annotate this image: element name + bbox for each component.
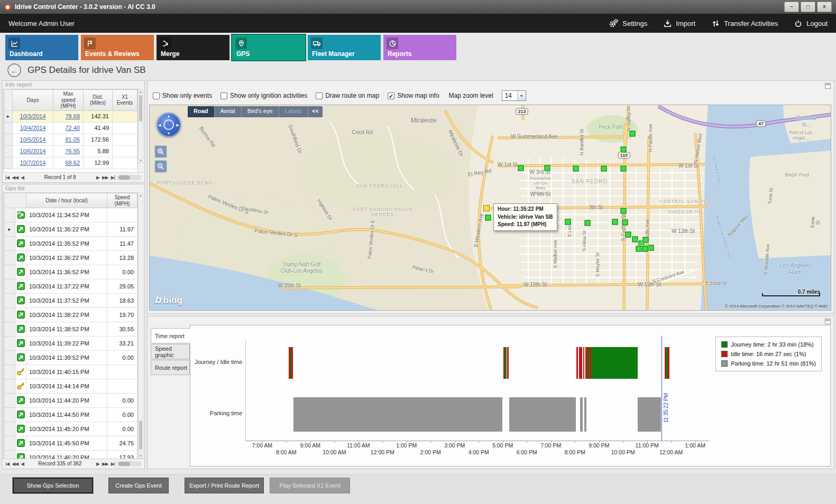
map-style-tab-road[interactable]: Road	[188, 106, 214, 117]
gps-list-row[interactable]: 10/3/2014 11:45:20 PM0.00	[4, 422, 137, 436]
gps-marker[interactable]	[621, 166, 627, 172]
nav-tile-gps[interactable]: GPS	[232, 35, 305, 60]
column-header[interactable]: Dist. (Miles)	[84, 90, 113, 111]
info-report-scrollbar[interactable]: ▲▼	[138, 89, 143, 163]
gps-marker[interactable]	[545, 165, 550, 171]
gps-marker[interactable]	[643, 237, 649, 243]
column-header[interactable]: Max speed (MPH)	[53, 90, 84, 111]
gps-list-row[interactable]: 10/3/2014 11:37:22 PM29.05	[4, 279, 137, 294]
close-button[interactable]: ×	[817, 2, 832, 12]
gps-marker[interactable]	[573, 166, 579, 172]
chart-tab-route-report[interactable]: Route report	[151, 360, 190, 375]
nav-tile-merge[interactable]: Merge	[157, 35, 229, 60]
column-header[interactable]: Speed (MPH)	[107, 193, 137, 208]
gps-list-row[interactable]: 10/3/2014 11:39:52 PM0.00	[4, 351, 137, 365]
nav-tile-reports[interactable]: Reports	[383, 35, 456, 60]
gps-marker[interactable]	[518, 165, 524, 171]
gps-marker[interactable]	[621, 147, 627, 153]
back-button[interactable]: ←	[7, 63, 21, 77]
export-print-route-report-button[interactable]: Export / Print Route Report	[185, 478, 264, 493]
gps-list-row[interactable]: 10/3/2014 11:38:22 PM19.70	[4, 308, 137, 322]
pager-prev-fast-button[interactable]: ◀◀	[12, 461, 18, 466]
checkbox-box-icon[interactable]	[316, 92, 323, 99]
maximize-button[interactable]: □	[801, 2, 815, 12]
create-gps-event-button[interactable]: Create Gps Event	[108, 478, 169, 493]
gps-list-row[interactable]: 10/3/2014 11:40:15 PM	[4, 365, 137, 379]
nav-tile-fleet-manager[interactable]: Fleet Manager	[308, 35, 381, 60]
pan-north-icon[interactable]: ▲	[167, 114, 171, 118]
gps-list-row[interactable]: 10/3/2014 11:34:52 PM	[4, 208, 137, 222]
chart-tab-time-report[interactable]: Time report	[151, 328, 190, 343]
map-zoom-select[interactable]: 14▼	[502, 90, 526, 101]
day-link[interactable]: 10/4/2014	[20, 125, 46, 131]
gps-list-row[interactable]: 10/3/2014 11:44:14 PM	[4, 379, 137, 394]
checkbox-box-icon[interactable]: ✓	[388, 92, 394, 99]
pan-west-icon[interactable]: ◀	[158, 123, 161, 127]
map-tabs-collapse-button[interactable]: <<	[308, 106, 323, 117]
gps-marker[interactable]	[601, 166, 607, 172]
pager-first-button[interactable]: |◀	[5, 175, 9, 180]
gps-list-row[interactable]: 10/3/2014 11:39:22 PM33.21	[4, 337, 137, 351]
gps-list-row[interactable]: 10/3/2014 11:44:50 PM0.00	[4, 408, 137, 422]
gps-list-row[interactable]: ►10/3/2014 11:35:22 PM11.97	[4, 222, 137, 237]
checkbox-draw-route-on-map[interactable]: Draw route on map	[316, 92, 379, 99]
map-style-tab-bird-s-eye[interactable]: Bird's eye	[241, 106, 279, 117]
max-speed-link[interactable]: 68.62	[65, 160, 80, 166]
logout-button[interactable]: Logout	[794, 19, 828, 28]
show-gps-selection-button[interactable]: Show Gps Selection	[13, 478, 93, 493]
info-report-row[interactable]: 10/5/201481.05172.56	[4, 134, 137, 145]
panel-collapse-icon[interactable]	[825, 83, 831, 89]
gps-marker[interactable]	[636, 246, 642, 252]
gps-marker[interactable]	[621, 208, 627, 214]
pager-first-button[interactable]: |◀	[5, 461, 9, 466]
nav-tile-dashboard[interactable]: Dashboard	[5, 35, 78, 60]
pan-east-icon[interactable]: ▶	[177, 123, 179, 127]
checkbox-show-only-events[interactable]: Show only events	[153, 92, 212, 99]
gps-marker[interactable]	[626, 232, 631, 238]
column-header[interactable]: Days	[13, 90, 53, 111]
transfer-activities-button[interactable]: Transfer Activities	[711, 19, 778, 28]
pan-south-icon[interactable]: ▼	[167, 132, 171, 135]
map-style-tab-aerial[interactable]: Aerial	[214, 106, 241, 117]
checkbox-box-icon[interactable]	[153, 92, 160, 99]
pager-next-button[interactable]: ▶	[96, 461, 99, 466]
max-speed-link[interactable]: 76.95	[65, 148, 80, 154]
pager-prev-button[interactable]: ◀	[21, 461, 24, 466]
selected-gps-marker[interactable]	[483, 205, 490, 211]
max-speed-link[interactable]: 78.68	[65, 113, 80, 119]
gps-list-row[interactable]: 10/3/2014 11:44:20 PM0.00	[4, 394, 137, 408]
gps-marker[interactable]	[622, 220, 628, 226]
gps-marker[interactable]	[642, 246, 648, 252]
checkbox-show-map-info[interactable]: ✓Show map info	[388, 92, 439, 99]
gps-marker[interactable]	[632, 237, 638, 242]
gps-list-row[interactable]: 10/3/2014 11:46:20 PM17.93	[4, 451, 137, 460]
gps-list-scrollbar[interactable]: ▲▼	[138, 193, 143, 459]
column-header[interactable]: X1 Events	[113, 90, 137, 111]
gps-marker[interactable]	[585, 220, 591, 226]
import-button[interactable]: Import	[663, 19, 695, 28]
info-report-row[interactable]: 10/7/201468.6212.99	[4, 157, 137, 169]
pager-scrollbar[interactable]	[117, 461, 142, 466]
nav-tile-events-reviews[interactable]: Events & Reviews	[81, 35, 154, 60]
panel-collapse-icon[interactable]	[825, 319, 831, 324]
day-link[interactable]: 10/6/2014	[20, 148, 46, 154]
day-link[interactable]: 10/5/2014	[20, 136, 46, 143]
gps-list-row[interactable]: 10/3/2014 11:36:22 PM13.28	[4, 251, 137, 265]
pager-next-button[interactable]: ▶	[96, 175, 99, 180]
gps-list-row[interactable]: 10/3/2014 11:36:52 PM0.00	[4, 265, 137, 279]
gps-marker[interactable]	[612, 219, 618, 225]
gps-list-row[interactable]: 10/3/2014 11:35:52 PM11.47	[4, 237, 137, 251]
max-speed-link[interactable]: 81.05	[65, 136, 80, 143]
gps-marker[interactable]	[648, 245, 654, 251]
zoom-out-button[interactable]	[154, 160, 167, 173]
pager-scrollbar[interactable]	[117, 175, 142, 180]
zoom-in-button[interactable]	[154, 145, 167, 158]
pager-next-fast-button[interactable]: ▶▶	[102, 175, 108, 180]
day-link[interactable]: 10/3/2014	[20, 113, 46, 119]
gps-list-row[interactable]: 10/3/2014 11:38:52 PM30.55	[4, 322, 137, 337]
info-report-row[interactable]: 10/4/201472.4041.49	[4, 122, 137, 134]
info-report-row[interactable]: 10/6/201476.955.88	[4, 145, 137, 157]
map-compass[interactable]: ▲ ▼ ◀ ▶	[157, 113, 181, 137]
gps-list-row[interactable]: 10/3/2014 11:37:52 PM18.63	[4, 294, 137, 308]
minimize-button[interactable]: –	[784, 2, 799, 12]
